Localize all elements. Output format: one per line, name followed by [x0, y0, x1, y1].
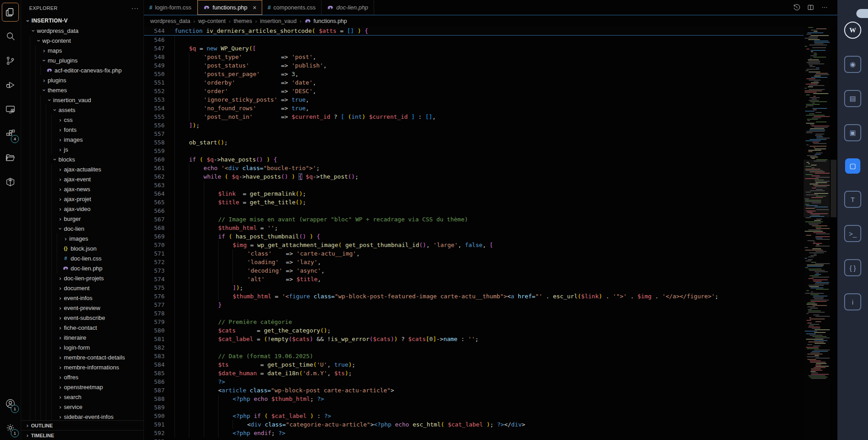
folder-icon[interactable] [0, 146, 21, 170]
tree-item-doc-lien.css[interactable]: #doc-lien.css [21, 253, 143, 263]
explorer-icon[interactable] [0, 0, 21, 24]
tree-item-ajax-news[interactable]: ›ajax-news [21, 184, 143, 194]
code-line-575[interactable]: 575]); [144, 283, 804, 292]
code-line-571[interactable]: 571'class' => 'carte-actu__img', [144, 249, 804, 258]
code-line-548[interactable]: 548'post_type' => 'post', [144, 53, 804, 61]
tab-doc-lien.php[interactable]: doc-lien.php [322, 0, 374, 15]
tree-item-wordpress_data[interactable]: ›wordpress_data [21, 26, 143, 36]
code-line-559[interactable]: 559 [144, 147, 804, 155]
tree-item-mu_plugins[interactable]: ›mu_plugins [21, 55, 143, 65]
code-line-557[interactable]: 557 [144, 130, 804, 138]
dock-handle[interactable] [856, 9, 868, 18]
split-editor-icon[interactable] [807, 4, 814, 11]
code-icon[interactable]: { } [844, 259, 861, 276]
breadcrumb-insertion_vaud[interactable]: insertion_vaud [260, 18, 296, 24]
code-line-588[interactable]: 588<?php echo $thumb_html; ?> [144, 395, 804, 403]
code-line-583[interactable]: 583// Date (format 19.06.2025) [144, 352, 804, 360]
code-line-546[interactable]: 546 [144, 36, 804, 44]
code-line-551[interactable]: 551'orderby' => 'date', [144, 78, 804, 87]
code-line-576[interactable]: 576$thumb_html = '<figure class="wp-bloc… [144, 292, 804, 301]
code-line-580[interactable]: 580$cats = get_the_category(); [144, 326, 804, 335]
timeline-section[interactable]: › TIMELINE [21, 430, 143, 440]
terminal-icon[interactable]: >_ [844, 225, 861, 242]
more-actions-icon[interactable] [821, 4, 828, 11]
code-line-589[interactable]: 589 [144, 403, 804, 412]
code-line-547[interactable]: 547$q = new WP_Query([ [144, 44, 804, 53]
code-line-556[interactable]: 556]); [144, 121, 804, 130]
breadcrumb-wordpress_data[interactable]: wordpress_data [150, 18, 190, 24]
tree-item-insertion_vaud[interactable]: ›insertion_vaud [21, 95, 143, 105]
code-line-573[interactable]: 573'decoding' => 'async', [144, 266, 804, 275]
tree-item-block.json[interactable]: {}block.json [21, 243, 143, 253]
tree-item-document[interactable]: ›document [21, 283, 143, 293]
code-line-562[interactable]: 562while ( $q->have_posts() ) { $q->the_… [144, 172, 804, 181]
code-line-558[interactable]: 558ob_start(); [144, 138, 804, 147]
wordpress-icon[interactable]: W [844, 22, 861, 39]
code-line-581[interactable]: 581$cat_label = (!empty($cats) && !is_wp… [144, 335, 804, 343]
extensions-icon[interactable]: 4 [0, 121, 21, 146]
tree-item-doc-lien[interactable]: ›doc-lien [21, 224, 143, 233]
code-line-586[interactable]: 586?> [144, 377, 804, 386]
remote-explorer-icon[interactable] [0, 97, 21, 121]
code-line-590[interactable]: 590<?php if ( $cat_label ) : ?> [144, 412, 804, 420]
tree-item-burger[interactable]: ›burger [21, 214, 143, 224]
code-line-563[interactable]: 563 [144, 181, 804, 189]
tree-item-js[interactable]: ›js [21, 144, 143, 154]
timeline-history-icon[interactable] [793, 4, 801, 11]
tree-item-membre-informations[interactable]: ›membre-informations [21, 362, 143, 372]
code-line-544[interactable]: 544function iv_derniers_articles_shortco… [144, 27, 804, 35]
scrollbar-thumb[interactable] [831, 160, 837, 217]
run-debug-icon[interactable] [0, 73, 21, 97]
tree-item-itineraire[interactable]: ›itineraire [21, 332, 143, 342]
tree-item-css[interactable]: ›css [21, 115, 143, 125]
pages-icon[interactable]: ▤ [844, 90, 861, 107]
vertical-scrollbar[interactable] [830, 27, 837, 440]
tree-item-service[interactable]: ›service [21, 402, 143, 412]
breadcrumb-wp-content[interactable]: wp-content [198, 18, 226, 24]
code-line-552[interactable]: 552'order' => 'DESC', [144, 87, 804, 95]
code-line-549[interactable]: 549'post_status' => 'publish', [144, 61, 804, 70]
tree-item-ajax-projet[interactable]: ›ajax-projet [21, 194, 143, 204]
tree-item-openstreetmap[interactable]: ›openstreetmap [21, 382, 143, 392]
info-icon[interactable]: i [844, 293, 861, 310]
tree-item-assets[interactable]: ›assets [21, 105, 143, 115]
outline-section[interactable]: › OUTLINE [21, 420, 143, 430]
tree-item-login-form[interactable]: ›login-form [21, 342, 143, 352]
code-line-577[interactable]: 577} [144, 301, 804, 309]
tab-components.css[interactable]: #components.css [262, 0, 322, 15]
tree-item-event-subscribe[interactable]: ›event-subscribe [21, 313, 143, 323]
code-line-592[interactable]: 592<?php endif; ?> [144, 429, 804, 437]
tree-item-INSERTION-V[interactable]: ›INSERTION-V [21, 16, 143, 26]
code-line-550[interactable]: 550'posts_per_page' => 3, [144, 70, 804, 78]
tree-item-images[interactable]: ›images [21, 135, 143, 144]
code-line-569[interactable]: 569if ( has_post_thumbnail() ) { [144, 232, 804, 241]
code-line-572[interactable]: 572'loading' => 'lazy', [144, 258, 804, 266]
tree-item-ajax-actualites[interactable]: ›ajax-actualites [21, 164, 143, 174]
tree-item-themes[interactable]: ›themes [21, 85, 143, 95]
code-line-582[interactable]: 582 [144, 343, 804, 352]
tree-item-wp-content[interactable]: ›wp-content [21, 36, 143, 45]
tree-item-fonts[interactable]: ›fonts [21, 125, 143, 135]
tree-item-event-infos[interactable]: ›event-infos [21, 293, 143, 303]
tree-item-ajax-video[interactable]: ›ajax-video [21, 204, 143, 214]
close-icon[interactable]: × [253, 4, 256, 11]
code-line-593[interactable]: 593 [144, 437, 804, 440]
tree-item-plugins[interactable]: ›plugins [21, 75, 143, 85]
code-line-591[interactable]: 591<div class="categorie-actu-article"><… [144, 420, 804, 429]
tree-item-ajax-event[interactable]: ›ajax-event [21, 174, 143, 184]
tree-item-search[interactable]: ›search [21, 392, 143, 402]
code-line-566[interactable]: 566 [144, 207, 804, 215]
tree-item-offres[interactable]: ›offres [21, 372, 143, 382]
tree-item-membre-contact-details[interactable]: ›membre-contact-details [21, 352, 143, 362]
code-line-578[interactable]: 578 [144, 309, 804, 318]
tree-item-blocks[interactable]: ›blocks [21, 154, 143, 164]
settings-gear-icon[interactable]: 1 [0, 416, 21, 440]
code-line-565[interactable]: 565$title = get_the_title(); [144, 198, 804, 207]
code-line-555[interactable]: 555'post__not_in' => $current_id ? [ (in… [144, 112, 804, 121]
code-line-584[interactable]: 584$ts = get_post_time('U', true); [144, 360, 804, 369]
code-line-564[interactable]: 564$link = get_permalink(); [144, 189, 804, 198]
tree-item-event-preview[interactable]: ›event-preview [21, 303, 143, 313]
tree-item-doc-lien-projets[interactable]: ›doc-lien-projets [21, 273, 143, 283]
sticky-scroll-line[interactable]: 544function iv_derniers_articles_shortco… [144, 27, 804, 36]
source-control-icon[interactable] [0, 49, 21, 73]
